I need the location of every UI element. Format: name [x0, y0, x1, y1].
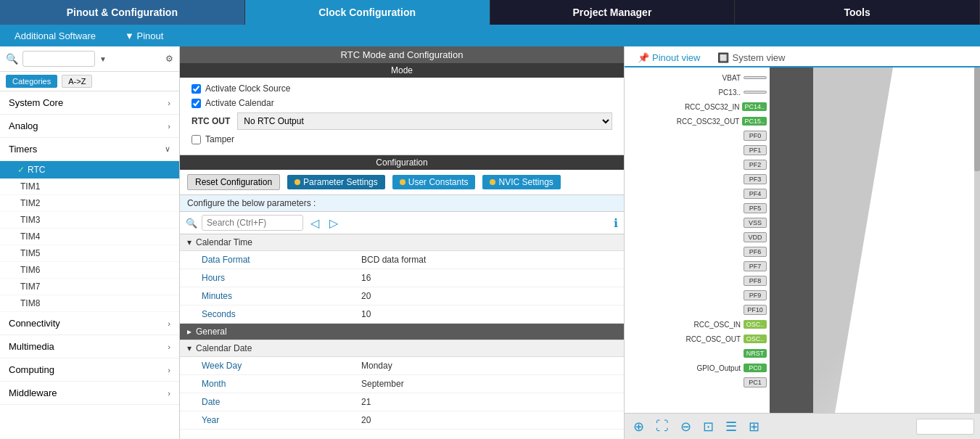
settings-gear-icon[interactable]: ⚙: [165, 54, 173, 64]
activate-calendar-checkbox[interactable]: [192, 99, 201, 108]
scrollbar-thumb[interactable]: [974, 67, 980, 171]
sidebar-item-rtc[interactable]: ✓ RTC: [0, 161, 179, 179]
group-general[interactable]: ▸ General: [180, 324, 624, 340]
pin-box-pf1[interactable]: PF1: [744, 145, 767, 155]
nav-tools[interactable]: Tools: [735, 0, 980, 25]
pin-box-pc1[interactable]: PC1: [744, 377, 767, 387]
user-constants-tab[interactable]: User Constants: [392, 175, 476, 189]
sidebar-item-tim1[interactable]: TIM1: [0, 179, 179, 195]
activate-clock-source-checkbox[interactable]: [192, 84, 201, 94]
tab-system-view[interactable]: 🔲 System view: [710, 49, 792, 67]
pin-box-osc-in[interactable]: OSC..: [744, 320, 767, 329]
dropdown-arrow-icon[interactable]: ▼: [99, 55, 107, 63]
nav-pinout[interactable]: ▼ Pinout: [118, 28, 170, 44]
sidebar-item-tim8[interactable]: TIM8: [0, 295, 179, 312]
expand-button[interactable]: ⛶: [653, 417, 672, 435]
pin-box-vbat[interactable]: [744, 76, 767, 79]
pin-box-vdd[interactable]: VDD: [744, 232, 767, 242]
pin-box-pf8[interactable]: PF8: [744, 276, 767, 286]
sidebar-item-connectivity[interactable]: Connectivity ›: [0, 312, 179, 335]
param-value-data-format[interactable]: BCD data format: [354, 253, 624, 266]
param-value-minutes[interactable]: 20: [354, 290, 624, 303]
pin-box-pf2[interactable]: PF2: [744, 160, 767, 170]
pin-row-vbat: VBAT: [625, 70, 770, 85]
pin-box-pf6[interactable]: PF6: [744, 247, 767, 257]
pin-box-pc15[interactable]: PC15..: [742, 117, 767, 126]
sidebar-search-bar: 🔍 ▼ ⚙: [0, 46, 179, 72]
sidebar-item-computing[interactable]: Computing ›: [0, 358, 179, 382]
parameter-settings-tab[interactable]: Parameter Settings: [287, 175, 385, 189]
param-name-minutes: Minutes: [180, 290, 354, 303]
pin-box-pf3[interactable]: PF3: [744, 174, 767, 184]
pin-row-pf3: PF3: [625, 172, 770, 186]
tamper-label: Tamper: [205, 134, 234, 144]
group-calendar-date[interactable]: ▾ Calendar Date: [180, 340, 624, 357]
zoom-out-button[interactable]: ⊖: [678, 417, 694, 436]
pin-box-vss[interactable]: VSS: [744, 218, 767, 228]
prev-result-button[interactable]: ◁: [308, 216, 322, 230]
param-value-seconds[interactable]: 10: [354, 308, 624, 321]
pin-box-pf4[interactable]: PF4: [744, 189, 767, 199]
expand-arrow-icon: ▸: [187, 327, 192, 337]
pin-box-pc14[interactable]: PC14..: [742, 102, 767, 111]
params-search-input[interactable]: [202, 215, 303, 231]
param-value-date[interactable]: 21: [354, 395, 624, 409]
pin-box-pc0[interactable]: PC0: [744, 364, 767, 372]
pin-box-pf5[interactable]: PF5: [744, 203, 767, 213]
nav-additional-software[interactable]: Additional Software: [7, 28, 103, 44]
next-result-button[interactable]: ▷: [326, 216, 341, 230]
sidebar-item-tim7[interactable]: TIM7: [0, 279, 179, 295]
sidebar-item-middleware[interactable]: Middleware ›: [0, 382, 179, 405]
pin-box-pc13[interactable]: [744, 91, 767, 94]
sidebar-tab-categories[interactable]: Categories: [6, 75, 57, 88]
zoom-in-button[interactable]: ⊕: [630, 417, 647, 436]
dot-icon: [400, 179, 405, 185]
sidebar-search-input[interactable]: [22, 51, 95, 67]
tab-pinout-view[interactable]: 📌 Pinout view: [630, 49, 707, 67]
sidebar-item-timers[interactable]: Timers ∨: [0, 138, 179, 161]
sidebar-item-tim4[interactable]: TIM4: [0, 229, 179, 245]
chevron-right-icon: ›: [168, 366, 170, 374]
param-name-week-day: Week Day: [180, 359, 354, 372]
sidebar-item-system-core[interactable]: System Core ›: [0, 91, 179, 115]
sidebar-tab-az[interactable]: A->Z: [62, 75, 92, 88]
tamper-checkbox[interactable]: [192, 135, 201, 144]
param-value-week-day[interactable]: Monday: [354, 359, 624, 372]
nav-pinout-config[interactable]: Pinout & Configuration: [0, 0, 245, 25]
grid-view-button[interactable]: ⊞: [746, 417, 762, 436]
pin-box-pf9[interactable]: PF9: [744, 290, 767, 300]
param-row-date: Date 21: [180, 393, 624, 411]
toolbar-search-input[interactable]: [916, 419, 974, 435]
sidebar-item-analog[interactable]: Analog ›: [0, 115, 179, 138]
sidebar-item-tim6[interactable]: TIM6: [0, 262, 179, 279]
collapse-arrow-icon: ▾: [187, 343, 192, 353]
pin-box-osc-out[interactable]: OSC..: [744, 335, 767, 343]
chevron-right-icon: ›: [168, 122, 170, 131]
pin-box-pf7[interactable]: PF7: [744, 261, 767, 271]
param-value-year[interactable]: 20: [354, 414, 624, 427]
sidebar-item-tim2[interactable]: TIM2: [0, 195, 179, 212]
sidebar-items-list: System Core › Analog › Timers ∨ ✓ RTC TI…: [0, 91, 179, 439]
sidebar-item-tim5[interactable]: TIM5: [0, 245, 179, 262]
reset-config-button[interactable]: Reset Configuration: [187, 174, 280, 190]
info-icon[interactable]: ℹ: [614, 216, 618, 230]
param-row-year: Year 20: [180, 411, 624, 430]
nav-clock-config[interactable]: Clock Configuration: [245, 0, 490, 25]
param-value-month[interactable]: September: [354, 377, 624, 390]
fit-button[interactable]: ⊡: [700, 417, 717, 436]
param-value-hours[interactable]: 16: [354, 271, 624, 284]
top-navigation: Pinout & Configuration Clock Configurati…: [0, 0, 980, 25]
sidebar-item-tim3[interactable]: TIM3: [0, 212, 179, 229]
pin-row-pf10: PF10: [625, 303, 770, 317]
list-view-button[interactable]: ☰: [722, 417, 740, 436]
sidebar-item-multimedia[interactable]: Multimedia ›: [0, 335, 179, 358]
bottom-toolbar: ⊕ ⛶ ⊖ ⊡ ☰ ⊞: [625, 413, 980, 439]
nav-project-manager[interactable]: Project Manager: [490, 0, 736, 25]
pin-box-pf0[interactable]: PF0: [744, 131, 767, 141]
nvic-settings-tab[interactable]: NVIC Settings: [482, 175, 560, 189]
pin-box-nrst[interactable]: NRST: [744, 349, 767, 358]
param-name-hours: Hours: [180, 271, 354, 284]
rtc-out-select[interactable]: No RTC Output: [237, 112, 612, 130]
group-calendar-time[interactable]: ▾ Calendar Time: [180, 234, 624, 251]
pin-box-pf10[interactable]: PF10: [744, 305, 767, 315]
